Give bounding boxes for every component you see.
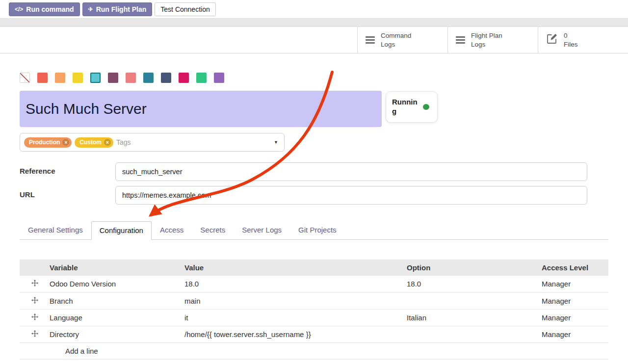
edit-icon [546, 33, 558, 47]
cell-option [403, 326, 538, 342]
cell-value: it [181, 309, 403, 326]
status-label: Running [392, 98, 419, 116]
flight-plan-logs-label: Flight Plan Logs [471, 31, 502, 49]
color-picker [20, 73, 608, 83]
color-swatch-orange[interactable] [55, 73, 65, 83]
run-flight-plan-label: Run Flight Plan [96, 5, 147, 13]
drag-handle-icon[interactable] [20, 292, 46, 309]
run-command-button[interactable]: </> Run command [9, 2, 80, 16]
plane-icon: ✈ [88, 6, 93, 13]
cell-variable: Branch [46, 292, 181, 309]
color-swatch-none[interactable] [20, 73, 30, 83]
color-swatch-purple[interactable] [214, 73, 224, 83]
tab-secrets[interactable]: Secrets [192, 221, 234, 239]
reference-input[interactable]: such_much_server [115, 162, 587, 181]
list-icon [456, 35, 465, 45]
list-icon [366, 35, 375, 45]
test-connection-label: Test Connection [160, 5, 209, 13]
color-swatch-fuchsia[interactable] [179, 73, 189, 83]
handle-column-header [20, 260, 46, 276]
color-swatch-dark-purple[interactable] [108, 73, 118, 83]
tags-field[interactable]: Production × Custom × Tags ▼ [20, 133, 285, 152]
add-line-row: Add a line [20, 342, 608, 359]
url-input[interactable]: https://memes.example.com [115, 186, 587, 205]
reference-label: Reference [20, 162, 115, 181]
tags-placeholder: Tags [116, 138, 271, 146]
table-header-row: Variable Value Option Access Level [20, 260, 608, 276]
url-label: URL [20, 186, 115, 205]
cell-variable: Language [46, 309, 181, 326]
tab-general-settings[interactable]: General Settings [20, 221, 91, 239]
server-name-input[interactable]: Such Much Server [20, 91, 382, 127]
variables-table: Variable Value Option Access Level Odoo … [20, 260, 608, 360]
toolbar-separator [0, 18, 628, 27]
tab-configuration[interactable]: Configuration [91, 221, 152, 240]
cell-value: /home/{{ tower.server.ssh_username }} [181, 326, 403, 342]
cell-access-level: Manager [538, 292, 608, 309]
stat-button-files[interactable]: 0 Files [538, 27, 628, 53]
status-card[interactable]: Running [386, 91, 438, 123]
command-logs-label: Command Logs [381, 31, 411, 49]
color-swatch-green[interactable] [196, 73, 207, 83]
form-content: Such Much Server Running Production × Cu… [0, 73, 628, 360]
color-swatch-salmon[interactable] [126, 73, 136, 83]
cell-option: 18.0 [403, 276, 538, 292]
page: </> Run command ✈ Run Flight Plan Test C… [0, 0, 628, 360]
tab-server-logs[interactable]: Server Logs [234, 221, 290, 239]
table-row[interactable]: Directory /home/{{ tower.server.ssh_user… [20, 326, 608, 342]
chevron-down-icon[interactable]: ▼ [274, 140, 278, 145]
status-running-dot [423, 104, 429, 110]
cell-variable: Odoo Demo Version [46, 276, 181, 292]
cell-option: Italian [403, 309, 538, 326]
title-row: Such Much Server Running [20, 91, 608, 127]
table-row[interactable]: Odoo Demo Version 18.0 18.0 Manager [20, 276, 608, 292]
cell-option [403, 292, 538, 309]
column-header-access-level: Access Level [538, 260, 608, 276]
cell-value: main [181, 292, 403, 309]
remove-tag-icon[interactable]: × [104, 139, 111, 146]
url-row: URL https://memes.example.com [20, 186, 608, 205]
cell-access-level: Manager [538, 276, 608, 292]
stat-button-command-logs[interactable]: Command Logs [357, 27, 447, 53]
table-row[interactable]: Branch main Manager [20, 292, 608, 309]
column-header-option: Option [403, 260, 538, 276]
tag-custom-label: Custom [79, 139, 102, 146]
column-header-value: Value [181, 260, 403, 276]
run-flight-plan-button[interactable]: ✈ Run Flight Plan [82, 2, 153, 16]
color-swatch-teal[interactable] [143, 73, 154, 83]
column-header-variable: Variable [46, 260, 181, 276]
color-swatch-dark-blue[interactable] [161, 73, 171, 83]
tab-access[interactable]: Access [152, 221, 192, 239]
tag-custom[interactable]: Custom × [75, 137, 113, 148]
files-label: 0 Files [564, 31, 578, 49]
color-swatch-cyan-selected[interactable] [90, 73, 101, 83]
tag-production-label: Production [29, 139, 60, 146]
code-icon: </> [15, 6, 23, 13]
reference-row: Reference such_much_server [20, 162, 608, 181]
tag-production[interactable]: Production × [24, 137, 72, 148]
drag-handle-icon[interactable] [20, 309, 46, 326]
stat-button-flight-plan-logs[interactable]: Flight Plan Logs [447, 27, 538, 53]
color-swatch-yellow[interactable] [73, 73, 83, 83]
header-band: Command Logs Flight Plan Logs 0 Files [0, 27, 628, 53]
cell-value: 18.0 [181, 276, 403, 292]
color-swatch-red[interactable] [37, 73, 48, 83]
cell-variable: Directory [46, 326, 181, 342]
tab-bar: General Settings Configuration Access Se… [20, 221, 608, 240]
remove-tag-icon[interactable]: × [62, 139, 69, 146]
tab-git-projects[interactable]: Git Projects [290, 221, 345, 239]
drag-handle-icon[interactable] [20, 276, 46, 292]
test-connection-button[interactable]: Test Connection [155, 2, 215, 16]
drag-handle-icon[interactable] [20, 326, 46, 342]
table-row[interactable]: Language it Italian Manager [20, 309, 608, 326]
cell-access-level: Manager [538, 309, 608, 326]
add-a-line-link[interactable]: Add a line [46, 342, 608, 359]
run-command-label: Run command [26, 5, 74, 13]
top-toolbar: </> Run command ✈ Run Flight Plan Test C… [0, 0, 628, 18]
cell-access-level: Manager [538, 326, 608, 342]
